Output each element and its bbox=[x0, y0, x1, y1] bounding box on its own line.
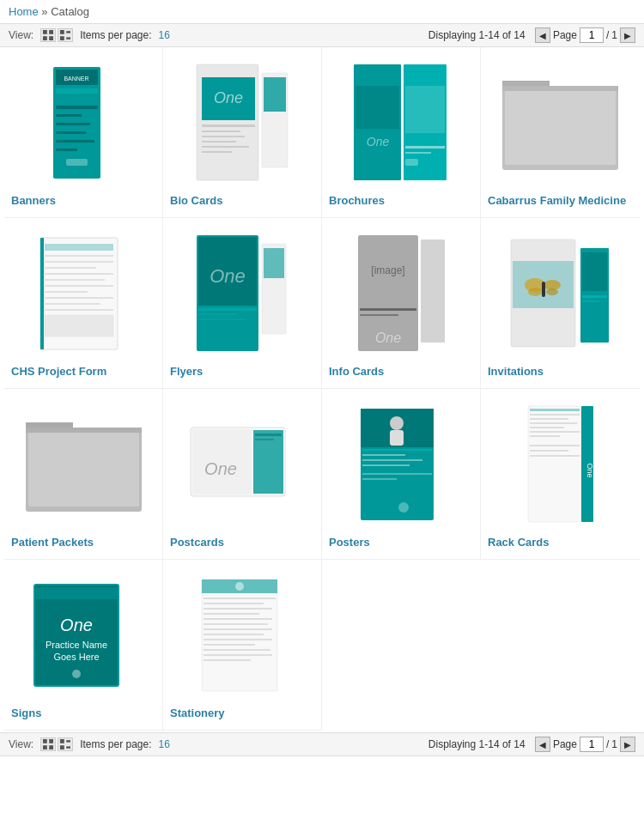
catalog-item-label-rack-cards[interactable]: Rack Cards bbox=[488, 536, 550, 549]
svg-rect-53 bbox=[45, 309, 113, 311]
bottom-items-per-page-value[interactable]: 16 bbox=[159, 738, 170, 750]
svg-rect-49 bbox=[45, 285, 113, 287]
svg-rect-84 bbox=[28, 429, 139, 507]
catalog-item-label-patient-packets[interactable]: Patient Packets bbox=[11, 536, 94, 549]
svg-rect-74 bbox=[582, 252, 607, 291]
catalog-item-image-brochures[interactable]: One bbox=[329, 56, 473, 189]
catalog-item-cabarrus: Cabarrus Family Medicine bbox=[481, 47, 640, 218]
bottom-grid-view-icon[interactable] bbox=[40, 737, 56, 751]
svg-rect-110 bbox=[530, 431, 580, 433]
list-view-icon[interactable] bbox=[58, 28, 73, 42]
catalog-item-label-signs[interactable]: Signs bbox=[11, 707, 41, 719]
bottom-page-input[interactable] bbox=[580, 737, 604, 752]
svg-rect-40 bbox=[505, 88, 616, 165]
svg-rect-47 bbox=[45, 273, 113, 275]
catalog-item-stationery: Stationery bbox=[163, 560, 322, 731]
catalog-item-image-signs[interactable]: One Practice Name Goes Here bbox=[11, 568, 155, 701]
catalog-item-label-bio-cards[interactable]: Bio Cards bbox=[170, 194, 222, 207]
svg-rect-140 bbox=[49, 739, 53, 743]
catalog-item-image-invitations[interactable] bbox=[488, 227, 633, 360]
catalog-item-image-patient-packets[interactable] bbox=[11, 397, 155, 531]
items-per-page-value[interactable]: 16 bbox=[159, 29, 170, 41]
svg-rect-9 bbox=[56, 88, 98, 94]
catalog-item-label-info-cards[interactable]: Info Cards bbox=[329, 365, 384, 378]
svg-rect-25 bbox=[202, 146, 249, 148]
svg-rect-113 bbox=[530, 450, 568, 452]
catalog-item-label-chs-form[interactable]: CHS Project Form bbox=[11, 365, 106, 378]
svg-text:One: One bbox=[204, 459, 237, 478]
catalog-item-image-bio-cards[interactable]: One bbox=[170, 56, 314, 189]
svg-rect-52 bbox=[45, 303, 100, 305]
svg-rect-50 bbox=[45, 291, 88, 293]
catalog-item-image-info-cards[interactable]: [image] One bbox=[329, 227, 473, 360]
bottom-list-view-icon[interactable] bbox=[58, 737, 73, 751]
svg-rect-58 bbox=[198, 308, 257, 311]
svg-rect-63 bbox=[264, 248, 284, 278]
bottom-toolbar-left: View: Items per page: 16 bbox=[9, 737, 428, 751]
catalog-item-label-brochures[interactable]: Brochures bbox=[329, 194, 385, 207]
svg-rect-95 bbox=[390, 430, 404, 446]
next-page-btn[interactable]: ▶ bbox=[620, 27, 635, 43]
catalog-item-image-rack-cards[interactable]: One bbox=[488, 397, 633, 531]
catalog-item-brochures: One Brochures bbox=[322, 47, 481, 218]
svg-rect-0 bbox=[43, 30, 47, 34]
svg-rect-48 bbox=[45, 279, 105, 281]
catalog-item-label-posters[interactable]: Posters bbox=[329, 536, 370, 549]
grid-view-icon[interactable] bbox=[40, 28, 56, 42]
catalog-item-image-chs-form[interactable] bbox=[11, 227, 155, 360]
svg-rect-51 bbox=[45, 297, 113, 299]
svg-rect-4 bbox=[60, 30, 64, 34]
svg-text:One: One bbox=[210, 265, 246, 287]
svg-rect-75 bbox=[582, 295, 607, 298]
catalog-item-label-cabarrus[interactable]: Cabarrus Family Medicine bbox=[488, 194, 626, 207]
svg-rect-16 bbox=[66, 159, 88, 166]
catalog-item-label-flyers[interactable]: Flyers bbox=[170, 365, 203, 378]
catalog-item-image-stationery[interactable] bbox=[170, 568, 314, 701]
breadcrumb-home[interactable]: Home bbox=[9, 5, 39, 18]
svg-rect-134 bbox=[204, 639, 272, 640]
svg-rect-2 bbox=[43, 36, 47, 40]
svg-rect-22 bbox=[202, 130, 240, 132]
svg-rect-12 bbox=[56, 123, 90, 125]
catalog-item-flyers: One Flyers bbox=[163, 218, 322, 389]
bottom-next-page-btn[interactable]: ▶ bbox=[620, 737, 635, 752]
svg-rect-143 bbox=[60, 739, 64, 743]
catalog-item-label-stationery[interactable]: Stationery bbox=[170, 707, 225, 719]
svg-rect-45 bbox=[45, 261, 113, 263]
svg-rect-1 bbox=[49, 30, 53, 34]
svg-point-80 bbox=[546, 288, 558, 295]
svg-rect-126 bbox=[204, 598, 276, 599]
svg-rect-44 bbox=[45, 255, 113, 257]
bottom-prev-page-btn[interactable]: ◀ bbox=[535, 737, 550, 752]
svg-rect-135 bbox=[204, 644, 255, 646]
svg-rect-132 bbox=[204, 628, 272, 630]
catalog-item-label-banners[interactable]: Banners bbox=[11, 194, 56, 207]
prev-page-btn[interactable]: ◀ bbox=[535, 27, 550, 43]
catalog-item-image-posters[interactable] bbox=[329, 397, 473, 531]
svg-rect-99 bbox=[362, 464, 410, 466]
catalog-item-image-postcards[interactable]: One bbox=[170, 397, 314, 531]
view-icons bbox=[40, 28, 73, 42]
catalog-item-image-cabarrus[interactable] bbox=[488, 56, 633, 189]
bottom-toolbar: View: Items per page: 16 Displaying 1-14… bbox=[0, 732, 644, 756]
breadcrumb-current: Catalog bbox=[51, 5, 89, 18]
svg-point-102 bbox=[398, 502, 409, 513]
svg-rect-97 bbox=[362, 454, 405, 456]
svg-rect-127 bbox=[204, 603, 264, 604]
toolbar-left: View: Items per page: 16 bbox=[9, 28, 428, 42]
items-per-page-label: Items per page: bbox=[80, 29, 151, 41]
svg-point-94 bbox=[390, 416, 404, 430]
page-input[interactable] bbox=[580, 27, 604, 43]
catalog-item-image-banners[interactable]: BANNER bbox=[11, 56, 155, 189]
svg-rect-137 bbox=[204, 654, 272, 656]
catalog-item-label-postcards[interactable]: Postcards bbox=[170, 536, 224, 549]
svg-rect-21 bbox=[202, 124, 255, 127]
catalog-item-image-flyers[interactable]: One bbox=[170, 227, 314, 360]
catalog-item-banners: BANNER Banners bbox=[4, 47, 163, 218]
catalog-item-label-invitations[interactable]: Invitations bbox=[488, 365, 544, 378]
svg-point-79 bbox=[528, 288, 542, 296]
svg-rect-6 bbox=[60, 36, 64, 40]
svg-rect-142 bbox=[49, 745, 53, 749]
catalog-item-posters: Posters bbox=[322, 389, 481, 560]
svg-rect-33 bbox=[355, 86, 399, 129]
